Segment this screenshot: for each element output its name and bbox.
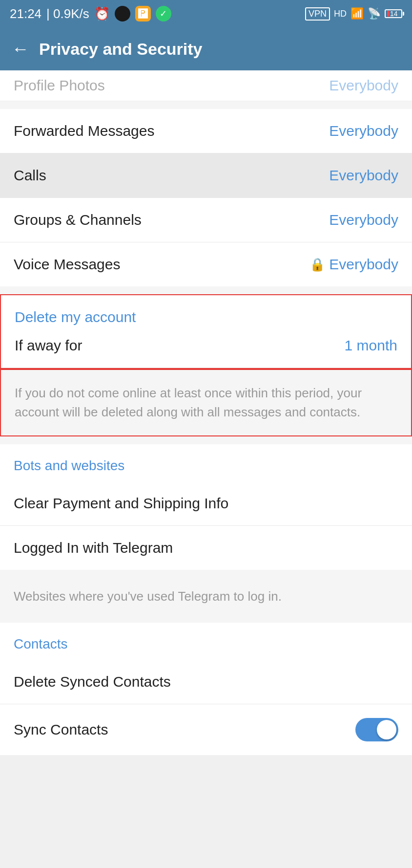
delete-account-section: Delete my account If away for 1 month bbox=[0, 294, 412, 369]
voice-messages-value: 🔒 Everybody bbox=[309, 256, 398, 273]
battery-level: 14 bbox=[390, 10, 398, 18]
status-speed: | 0.9K/s bbox=[46, 6, 89, 22]
delete-synced-contacts-item[interactable]: Delete Synced Contacts bbox=[0, 660, 412, 704]
back-button[interactable]: ← bbox=[12, 39, 29, 59]
clear-payment-item[interactable]: Clear Payment and Shipping Info bbox=[0, 481, 412, 526]
logged-in-telegram-item[interactable]: Logged In with Telegram bbox=[0, 526, 412, 570]
lock-icon: 🔒 bbox=[309, 257, 325, 272]
hd-label: HD bbox=[334, 9, 347, 19]
toggle-thumb bbox=[377, 720, 396, 739]
profile-photos-item[interactable]: Profile Photos Everybody bbox=[0, 70, 412, 101]
app-icon-2: 🅿 bbox=[135, 6, 151, 22]
profile-photos-label: Profile Photos bbox=[14, 77, 105, 94]
bots-section: Bots and websites Clear Payment and Ship… bbox=[0, 444, 412, 570]
sync-contacts-item[interactable]: Sync Contacts bbox=[0, 704, 412, 755]
delete-synced-contacts-label: Delete Synced Contacts bbox=[14, 673, 171, 690]
groups-channels-item[interactable]: Groups & Channels Everybody bbox=[0, 198, 412, 242]
contacts-section: Contacts Delete Synced Contacts Sync Con… bbox=[0, 623, 412, 755]
sync-contacts-label: Sync Contacts bbox=[14, 721, 108, 738]
status-left: 21:24 | 0.9K/s ⏰ 🅿 ✓ bbox=[10, 6, 171, 22]
battery-indicator: 14 bbox=[385, 9, 402, 18]
privacy-settings-section: Forwarded Messages Everybody Calls Every… bbox=[0, 109, 412, 286]
delete-account-row[interactable]: If away for 1 month bbox=[1, 333, 411, 368]
away-for-value: 1 month bbox=[345, 337, 397, 354]
signal-icon: 📶 bbox=[350, 7, 364, 20]
clear-payment-label: Clear Payment and Shipping Info bbox=[14, 495, 228, 512]
forwarded-messages-label: Forwarded Messages bbox=[14, 123, 154, 139]
status-right: VPN HD 📶 📡 14 bbox=[305, 7, 402, 21]
voice-messages-label: Voice Messages bbox=[14, 256, 120, 273]
profile-photos-section: Profile Photos Everybody bbox=[0, 70, 412, 101]
app-icon-3: ✓ bbox=[156, 6, 171, 22]
app-icon-1 bbox=[115, 6, 130, 22]
forwarded-messages-value: Everybody bbox=[329, 123, 398, 139]
content: Profile Photos Everybody Forwarded Messa… bbox=[0, 70, 412, 755]
delete-account-title[interactable]: Delete my account bbox=[1, 295, 411, 333]
status-bar: 21:24 | 0.9K/s ⏰ 🅿 ✓ VPN HD 📶 📡 14 bbox=[0, 0, 412, 27]
vpn-label: VPN bbox=[305, 7, 330, 21]
profile-photos-value: Everybody bbox=[329, 77, 398, 94]
voice-messages-item[interactable]: Voice Messages 🔒 Everybody bbox=[0, 242, 412, 286]
alarm-icon: ⏰ bbox=[94, 6, 110, 22]
battery-fill bbox=[387, 11, 389, 17]
delete-account-info-box: If you do not come online at least once … bbox=[0, 369, 412, 436]
groups-channels-value: Everybody bbox=[329, 212, 398, 228]
calls-item[interactable]: Calls Everybody bbox=[0, 153, 412, 198]
header: ← Privacy and Security bbox=[0, 27, 412, 70]
bots-description: Websites where you've used Telegram to l… bbox=[0, 578, 412, 615]
status-time: 21:24 bbox=[10, 6, 41, 22]
calls-label: Calls bbox=[14, 167, 46, 184]
logged-in-telegram-label: Logged In with Telegram bbox=[14, 540, 173, 556]
wifi-icon: 📡 bbox=[368, 7, 381, 20]
bots-section-title: Bots and websites bbox=[0, 444, 412, 481]
contacts-section-title: Contacts bbox=[0, 623, 412, 660]
toggle-switch[interactable] bbox=[355, 718, 398, 741]
forwarded-messages-item[interactable]: Forwarded Messages Everybody bbox=[0, 109, 412, 153]
page-title: Privacy and Security bbox=[39, 40, 203, 59]
calls-value: Everybody bbox=[329, 167, 398, 184]
away-for-label: If away for bbox=[15, 337, 82, 354]
toggle-track bbox=[355, 718, 398, 741]
delete-account-info-text: If you do not come online at least once … bbox=[15, 386, 362, 419]
groups-channels-label: Groups & Channels bbox=[14, 212, 142, 228]
sync-contacts-toggle[interactable] bbox=[355, 718, 398, 741]
